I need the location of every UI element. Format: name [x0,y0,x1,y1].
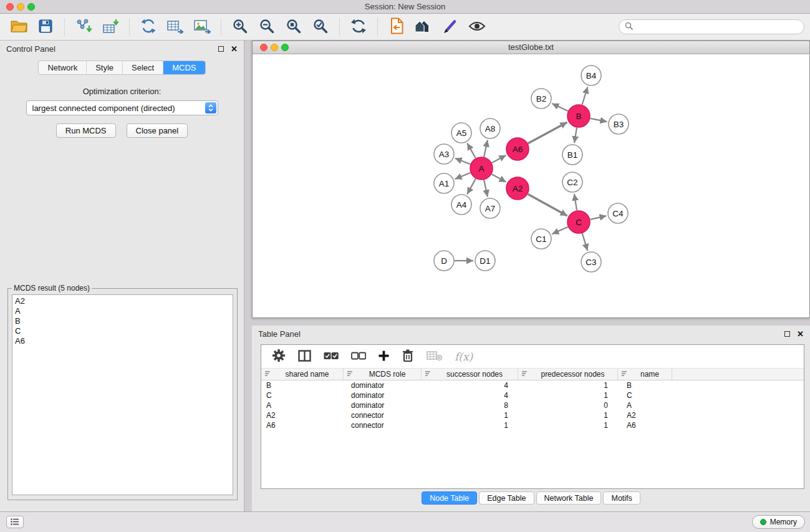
graph-edge[interactable] [528,122,567,143]
home-button[interactable] [412,16,435,37]
column-header-predecessor-nodes[interactable]: predecessor nodes [518,369,618,380]
table-cell[interactable]: A6 [618,421,672,430]
table-cell[interactable]: 1 [422,421,518,430]
zoom-fit-button[interactable] [282,16,305,37]
table-cell[interactable]: A2 [261,411,344,420]
graph-node[interactable]: A8 [480,118,500,138]
table-cell[interactable]: dominator [344,401,422,410]
table-row[interactable]: Adominator80A [261,400,804,410]
table-cell[interactable]: dominator [344,381,422,390]
memory-button[interactable]: Memory [752,515,805,529]
float-table-panel-icon[interactable] [784,331,790,337]
column-header-shared-name[interactable]: shared name [261,369,344,380]
table-cell[interactable]: A [261,401,344,410]
zoom-selected-button[interactable] [309,16,332,37]
task-history-button[interactable] [6,516,24,528]
graph-edge[interactable] [467,143,475,158]
close-panel-icon[interactable]: ✕ [231,46,238,52]
window-zoom-icon[interactable] [27,3,35,11]
window-close-icon[interactable] [6,3,14,11]
tab-mcds[interactable]: MCDS [163,61,205,74]
criterion-dropdown[interactable]: largest connected component (directed) [26,100,218,115]
graph-node[interactable]: C1 [531,229,551,249]
graph-edge[interactable] [492,155,506,163]
show-columns-button[interactable] [298,350,311,364]
graph-edge[interactable] [552,104,568,111]
table-cell[interactable]: 1 [422,411,518,420]
graph-edge[interactable] [492,174,506,182]
open-session-button[interactable] [7,16,30,37]
graph-node[interactable]: B2 [531,89,551,109]
select-all-button[interactable] [324,352,339,362]
graph-edge[interactable] [467,179,476,195]
graph-node[interactable]: A [470,157,493,180]
table-cell[interactable]: A6 [261,421,344,430]
graph-edge[interactable] [582,87,588,105]
image-export-button[interactable] [191,16,213,37]
graph-edge[interactable] [528,194,567,216]
graph-edge[interactable] [574,194,577,210]
graph-node[interactable]: A7 [480,198,500,218]
table-cell[interactable]: 8 [422,401,518,410]
table-row[interactable]: A2connector11A2 [261,410,804,420]
window-minimize-icon[interactable] [17,3,24,11]
graph-edge[interactable] [574,128,577,143]
graph-node[interactable]: A6 [506,138,529,160]
eye-button[interactable] [466,16,488,37]
result-item[interactable]: A6 [12,336,233,346]
table-cell[interactable]: 0 [518,401,618,410]
tab-motifs[interactable]: Motifs [603,491,640,505]
add-column-button[interactable] [378,351,389,363]
run-mcds-button[interactable]: Run MCDS [56,123,116,138]
tab-edge-table[interactable]: Edge Table [479,491,534,505]
table-cell[interactable]: 1 [518,391,618,400]
table-cell[interactable]: 4 [422,381,518,390]
close-table-panel-icon[interactable]: ✕ [797,331,804,337]
graph-node[interactable]: C3 [581,252,601,272]
graph-edge[interactable] [484,180,488,197]
import-network-button[interactable] [72,16,95,37]
graph-edge[interactable] [591,118,607,122]
delete-table-button[interactable] [427,351,442,363]
graph-node[interactable]: C4 [608,203,628,223]
document-button[interactable] [385,16,408,37]
network-minimize-icon[interactable] [271,44,278,51]
table-row[interactable]: A6connector11A6 [261,420,804,430]
tab-network[interactable]: Network [39,61,87,74]
tab-style[interactable]: Style [87,61,123,74]
zoom-in-button[interactable] [229,16,251,37]
network-arrows-button[interactable] [137,16,160,37]
result-item[interactable]: B [12,316,233,326]
float-panel-icon[interactable] [218,46,224,52]
table-cell[interactable]: 1 [518,421,618,430]
network-graph[interactable]: B4B2BB3A5A8A6A3B1AA1C2A2A4A7C4CC1C3DD1 [253,54,809,317]
graph-edge[interactable] [582,233,588,251]
column-header-MCDS-role[interactable]: MCDS role [344,369,422,380]
graph-node[interactable]: B4 [581,65,601,85]
graph-node[interactable]: D [434,251,454,271]
column-header-name[interactable]: name [618,369,672,380]
deselect-all-button[interactable] [351,352,366,362]
graph-node[interactable]: A1 [434,173,454,193]
save-session-button[interactable] [34,16,57,37]
graph-edge[interactable] [484,140,488,157]
table-cell[interactable]: A [618,401,672,410]
result-item[interactable]: C [12,326,233,336]
graph-node[interactable]: C2 [562,172,582,192]
tab-network-table[interactable]: Network Table [536,491,602,505]
graph-node[interactable]: A3 [434,144,454,164]
table-cell[interactable]: dominator [344,391,422,400]
brush-button[interactable] [439,16,461,37]
graph-node[interactable]: B1 [562,145,582,165]
table-cell[interactable]: 1 [518,381,618,390]
zoom-out-button[interactable] [256,16,278,37]
table-cell[interactable]: B [618,381,672,390]
table-cell[interactable]: B [261,381,344,390]
tab-node-table[interactable]: Node Table [422,491,477,505]
graph-node[interactable]: A2 [506,177,529,200]
table-cell[interactable]: 4 [422,391,518,400]
result-item[interactable]: A [12,306,233,316]
network-zoom-icon[interactable] [281,44,289,51]
graph-node[interactable]: B [567,105,590,127]
table-cell[interactable]: connector [344,411,422,420]
